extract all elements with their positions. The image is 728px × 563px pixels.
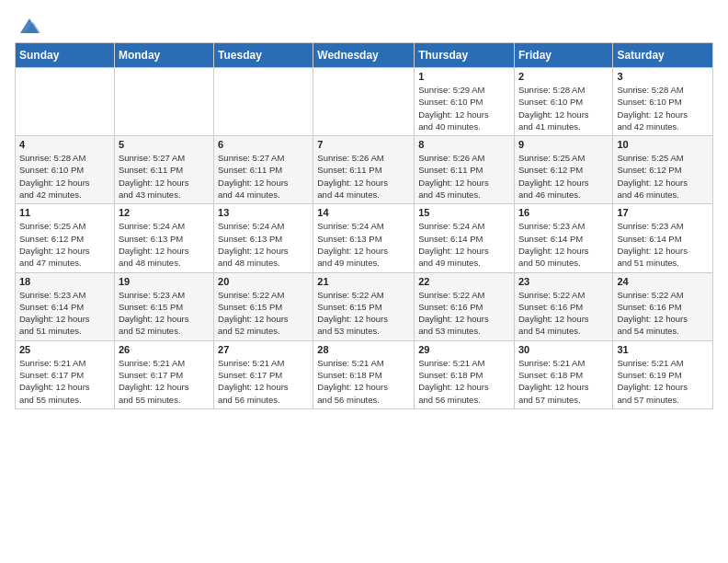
day-number: 29 [418,344,510,355]
day-info: Sunrise: 5:21 AMSunset: 6:18 PMDaylight:… [317,357,410,406]
day-info: Sunrise: 5:29 AMSunset: 6:10 PMDaylight:… [418,84,510,132]
day-number: 10 [617,139,709,150]
logo-icon [17,15,42,37]
calendar-week-row: 25Sunrise: 5:21 AMSunset: 6:17 PMDayligh… [16,340,713,408]
day-info: Sunrise: 5:22 AMSunset: 6:15 PMDaylight:… [218,289,309,338]
calendar-cell: 12Sunrise: 5:24 AMSunset: 6:13 PMDayligh… [114,204,213,272]
calendar-cell [313,68,415,136]
day-info: Sunrise: 5:22 AMSunset: 6:16 PMDaylight:… [617,289,709,338]
day-number: 30 [518,344,609,355]
day-number: 13 [218,207,309,218]
weekday-header-friday: Friday [514,43,612,68]
calendar-cell: 31Sunrise: 5:21 AMSunset: 6:19 PMDayligh… [613,340,713,408]
day-number: 2 [518,71,609,82]
calendar-week-row: 18Sunrise: 5:23 AMSunset: 6:14 PMDayligh… [16,272,713,340]
calendar-cell: 9Sunrise: 5:25 AMSunset: 6:12 PMDaylight… [514,136,612,204]
day-number: 15 [418,207,510,218]
calendar-cell: 8Sunrise: 5:26 AMSunset: 6:11 PMDaylight… [415,136,515,204]
day-info: Sunrise: 5:28 AMSunset: 6:10 PMDaylight:… [518,84,609,132]
calendar-cell: 6Sunrise: 5:27 AMSunset: 6:11 PMDaylight… [214,136,313,204]
day-info: Sunrise: 5:28 AMSunset: 6:10 PMDaylight:… [617,84,709,132]
weekday-header-sunday: Sunday [16,43,115,68]
day-number: 8 [418,139,510,150]
calendar-cell: 3Sunrise: 5:28 AMSunset: 6:10 PMDaylight… [613,68,713,136]
calendar-cell: 22Sunrise: 5:22 AMSunset: 6:16 PMDayligh… [415,272,515,340]
calendar-week-row: 11Sunrise: 5:25 AMSunset: 6:12 PMDayligh… [16,204,713,272]
day-number: 23 [518,276,609,287]
day-info: Sunrise: 5:21 AMSunset: 6:19 PMDaylight:… [617,357,709,406]
calendar-cell: 13Sunrise: 5:24 AMSunset: 6:13 PMDayligh… [214,204,313,272]
calendar-cell: 21Sunrise: 5:22 AMSunset: 6:15 PMDayligh… [313,272,415,340]
day-info: Sunrise: 5:26 AMSunset: 6:11 PMDaylight:… [418,152,510,201]
day-number: 14 [317,207,410,218]
day-number: 24 [617,276,709,287]
weekday-header-wednesday: Wednesday [313,43,415,68]
day-number: 26 [119,344,210,355]
day-number: 7 [317,139,410,150]
calendar-cell: 18Sunrise: 5:23 AMSunset: 6:14 PMDayligh… [16,272,115,340]
day-number: 21 [317,276,410,287]
day-info: Sunrise: 5:25 AMSunset: 6:12 PMDaylight:… [19,220,110,269]
day-info: Sunrise: 5:24 AMSunset: 6:13 PMDaylight:… [218,220,309,269]
day-info: Sunrise: 5:21 AMSunset: 6:17 PMDaylight:… [119,357,210,406]
calendar-cell: 29Sunrise: 5:21 AMSunset: 6:18 PMDayligh… [415,340,515,408]
calendar-cell: 23Sunrise: 5:22 AMSunset: 6:16 PMDayligh… [514,272,612,340]
day-info: Sunrise: 5:25 AMSunset: 6:12 PMDaylight:… [617,152,709,201]
day-info: Sunrise: 5:25 AMSunset: 6:12 PMDaylight:… [518,152,609,201]
calendar-cell: 28Sunrise: 5:21 AMSunset: 6:18 PMDayligh… [313,340,415,408]
day-info: Sunrise: 5:22 AMSunset: 6:16 PMDaylight:… [518,289,609,338]
logo [15,15,42,33]
calendar-cell: 17Sunrise: 5:23 AMSunset: 6:14 PMDayligh… [613,204,713,272]
day-number: 31 [617,344,709,355]
weekday-header-thursday: Thursday [415,43,515,68]
day-number: 27 [218,344,309,355]
day-number: 16 [518,207,609,218]
day-info: Sunrise: 5:24 AMSunset: 6:14 PMDaylight:… [418,220,510,269]
day-info: Sunrise: 5:21 AMSunset: 6:17 PMDaylight:… [19,357,110,406]
day-number: 19 [119,276,210,287]
day-info: Sunrise: 5:23 AMSunset: 6:14 PMDaylight:… [518,220,609,269]
calendar-cell: 25Sunrise: 5:21 AMSunset: 6:17 PMDayligh… [16,340,115,408]
calendar-cell: 4Sunrise: 5:28 AMSunset: 6:10 PMDaylight… [16,136,115,204]
day-number: 11 [19,207,110,218]
day-number: 4 [19,139,110,150]
calendar-cell [16,68,115,136]
calendar-cell: 20Sunrise: 5:22 AMSunset: 6:15 PMDayligh… [214,272,313,340]
day-number: 12 [119,207,210,218]
calendar-cell: 19Sunrise: 5:23 AMSunset: 6:15 PMDayligh… [114,272,213,340]
day-number: 5 [119,139,210,150]
day-info: Sunrise: 5:21 AMSunset: 6:18 PMDaylight:… [418,357,510,406]
calendar-cell: 1Sunrise: 5:29 AMSunset: 6:10 PMDaylight… [415,68,515,136]
day-number: 18 [19,276,110,287]
day-number: 6 [218,139,309,150]
calendar-cell: 24Sunrise: 5:22 AMSunset: 6:16 PMDayligh… [613,272,713,340]
day-info: Sunrise: 5:28 AMSunset: 6:10 PMDaylight:… [19,152,110,201]
calendar-cell: 14Sunrise: 5:24 AMSunset: 6:13 PMDayligh… [313,204,415,272]
calendar-cell: 2Sunrise: 5:28 AMSunset: 6:10 PMDaylight… [514,68,612,136]
weekday-header-saturday: Saturday [613,43,713,68]
weekday-header-tuesday: Tuesday [214,43,313,68]
day-info: Sunrise: 5:23 AMSunset: 6:14 PMDaylight:… [617,220,709,269]
day-info: Sunrise: 5:22 AMSunset: 6:16 PMDaylight:… [418,289,510,338]
calendar-week-row: 1Sunrise: 5:29 AMSunset: 6:10 PMDaylight… [16,68,713,136]
day-number: 25 [19,344,110,355]
day-number: 17 [617,207,709,218]
calendar-cell: 27Sunrise: 5:21 AMSunset: 6:17 PMDayligh… [214,340,313,408]
calendar-cell: 10Sunrise: 5:25 AMSunset: 6:12 PMDayligh… [613,136,713,204]
day-info: Sunrise: 5:23 AMSunset: 6:14 PMDaylight:… [19,289,110,338]
day-info: Sunrise: 5:27 AMSunset: 6:11 PMDaylight:… [218,152,309,201]
day-info: Sunrise: 5:24 AMSunset: 6:13 PMDaylight:… [119,220,210,269]
calendar-cell: 30Sunrise: 5:21 AMSunset: 6:18 PMDayligh… [514,340,612,408]
day-info: Sunrise: 5:26 AMSunset: 6:11 PMDaylight:… [317,152,410,201]
calendar-cell: 26Sunrise: 5:21 AMSunset: 6:17 PMDayligh… [114,340,213,408]
day-info: Sunrise: 5:21 AMSunset: 6:17 PMDaylight:… [218,357,309,406]
calendar-cell [214,68,313,136]
day-number: 9 [518,139,609,150]
calendar-cell: 16Sunrise: 5:23 AMSunset: 6:14 PMDayligh… [514,204,612,272]
calendar-cell [114,68,213,136]
day-info: Sunrise: 5:22 AMSunset: 6:15 PMDaylight:… [317,289,410,338]
calendar-week-row: 4Sunrise: 5:28 AMSunset: 6:10 PMDaylight… [16,136,713,204]
day-number: 20 [218,276,309,287]
day-info: Sunrise: 5:23 AMSunset: 6:15 PMDaylight:… [119,289,210,338]
weekday-header-monday: Monday [114,43,213,68]
